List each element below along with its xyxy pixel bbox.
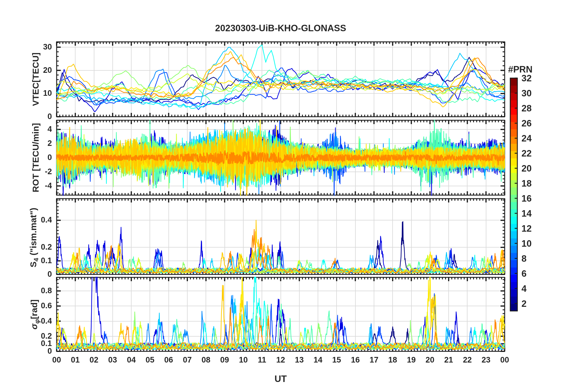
figure: 20230303-UiB-KHO-GLONASS VTEC[TECU] ROT …: [0, 0, 561, 392]
y-tick-label: 0.8: [8, 287, 52, 295]
y-tick-label: 0: [8, 270, 52, 278]
y-tick-label: 0.1: [8, 257, 52, 265]
y-tick-label: 0.2: [8, 332, 52, 340]
colorbar-tick-label: 8: [521, 254, 542, 263]
y-tick-label: 0.2: [8, 243, 52, 251]
colorbar-tick-label: 22: [521, 149, 542, 158]
y-tick-label: 30: [8, 43, 52, 51]
y-tick-label: 10: [8, 89, 52, 97]
colorbar-tick-label: 12: [521, 224, 542, 233]
y-tick-label: 2: [8, 139, 52, 147]
colorbar-tick-label: 4: [521, 284, 542, 293]
colorbar-tick-label: 30: [521, 89, 542, 98]
y-tick-label: 0.6: [8, 302, 52, 310]
y-tick-label: -2: [8, 168, 52, 176]
y-tick-label: -4: [8, 182, 52, 190]
colorbar-tick-label: 6: [521, 269, 542, 278]
colorbar-tick-label: 16: [521, 194, 542, 203]
y-axis-label-vtec: VTEC[TECU]: [31, 52, 41, 106]
y-tick-label: 4: [8, 125, 52, 133]
plot-canvas: [0, 0, 561, 392]
y-tick-label: 0.4: [8, 317, 52, 325]
x-tick-label: 00: [493, 356, 516, 364]
y-tick-label: 0.4: [8, 216, 52, 224]
y-tick-label: 0: [8, 347, 52, 355]
page-title: 20230303-UiB-KHO-GLONASS: [57, 23, 505, 34]
colorbar-tick-label: 18: [521, 179, 542, 188]
colorbar-title: #PRN: [501, 64, 540, 75]
y-tick-label: 20: [8, 66, 52, 74]
colorbar-tick-label: 10: [521, 239, 542, 248]
colorbar-tick-label: 32: [521, 74, 542, 83]
colorbar-tick-label: 20: [521, 164, 542, 173]
colorbar-tick-label: 14: [521, 209, 542, 218]
colorbar-tick-label: 26: [521, 119, 542, 128]
colorbar-tick-label: 28: [521, 104, 542, 113]
y-tick-label: 0.1: [8, 340, 52, 347]
x-axis-label: UT: [57, 374, 505, 384]
y-tick-label: 0: [8, 154, 52, 162]
colorbar-tick-label: 24: [521, 134, 542, 143]
y-tick-label: 0: [8, 113, 52, 121]
colorbar-tick-label: 2: [521, 299, 542, 308]
